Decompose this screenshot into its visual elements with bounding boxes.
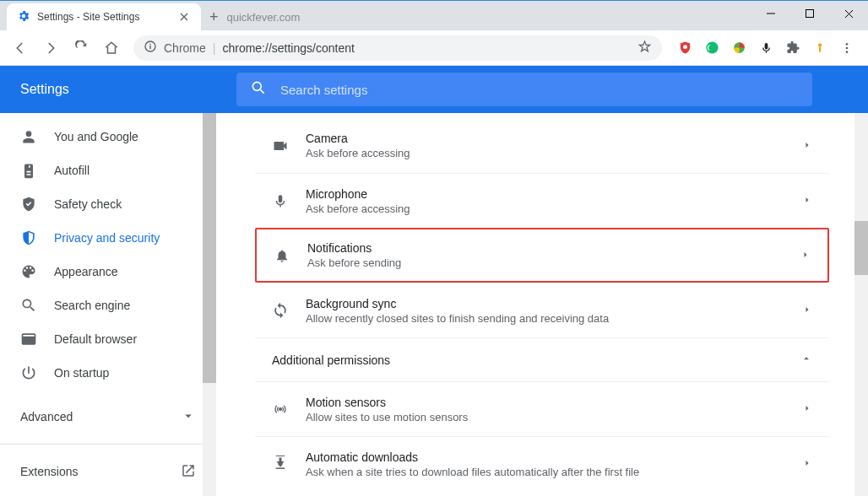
sidebar-item-label: Search engine [54, 299, 130, 312]
extension-icons [670, 40, 861, 56]
permission-row-notifications[interactable]: Notifications Ask before sending [255, 228, 829, 283]
omnibox-scheme: Chrome [164, 41, 206, 55]
sidebar-item-privacy-security[interactable]: Privacy and security [0, 221, 216, 255]
bell-icon [274, 247, 290, 264]
sidebar-item-label: Safety check [54, 197, 122, 211]
ghost-tab-hint: quickfever.com [227, 11, 301, 24]
chrome-menu-icon[interactable] [839, 40, 854, 56]
sidebar-item-label: Default browser [54, 332, 137, 346]
browser-tab-active[interactable]: Settings - Site Settings [7, 3, 201, 30]
permission-title: Motion sensors [306, 396, 785, 409]
sidebar-item-label: Autofill [54, 164, 90, 177]
permission-title: Microphone [306, 187, 785, 201]
settings-header: Settings [0, 66, 868, 113]
sidebar-item-safety-check[interactable]: Safety check [0, 187, 216, 221]
permission-subtitle: Allow sites to use motion sensors [306, 411, 785, 423]
chevron-up-icon [800, 353, 812, 367]
svg-point-9 [846, 51, 849, 53]
permission-title: Background sync [306, 297, 785, 310]
svg-rect-0 [806, 10, 814, 18]
permission-row-microphone[interactable]: Microphone Ask before accessing [255, 173, 829, 228]
main-scrollbar-thumb[interactable] [854, 221, 868, 275]
new-tab-area: + quickfever.com [201, 3, 308, 30]
sidebar-advanced-label: Advanced [20, 410, 73, 423]
search-icon [250, 79, 267, 100]
svg-point-10 [252, 82, 261, 90]
browser-toolbar: Chrome | chrome://settings/content [0, 30, 868, 66]
extension-icon-red-shield[interactable] [677, 40, 692, 56]
main-scrollbar[interactable] [854, 113, 868, 496]
permission-subtitle: Ask before accessing [306, 147, 785, 159]
chevron-down-icon [181, 408, 196, 426]
settings-search[interactable] [236, 73, 812, 106]
svg-point-8 [846, 46, 849, 49]
extensions-puzzle-icon[interactable] [785, 40, 800, 56]
permission-subtitle: Ask when a site tries to download files … [306, 466, 785, 478]
settings-gear-icon [17, 9, 30, 25]
sidebar-scrollbar[interactable] [203, 113, 216, 496]
permission-subtitle: Ask before sending [307, 256, 784, 269]
permission-subtitle: Allow recently closed sites to finish se… [306, 312, 785, 325]
sidebar-advanced-toggle[interactable]: Advanced [0, 396, 216, 437]
settings-search-input[interactable] [280, 83, 799, 97]
permission-row-motion-sensors[interactable]: Motion sensors Allow sites to use motion… [255, 381, 829, 436]
svg-point-2 [683, 45, 687, 49]
chevron-right-icon [802, 456, 812, 472]
extension-icon-person[interactable] [812, 40, 827, 56]
permission-title: Automatic downloads [306, 450, 785, 464]
sidebar-item-autofill[interactable]: Autofill [0, 154, 216, 187]
open-external-icon [181, 463, 196, 481]
sidebar-item-on-startup[interactable]: On startup [0, 356, 216, 390]
maximize-button[interactable] [790, 1, 829, 26]
chevron-right-icon [802, 138, 812, 154]
close-tab-icon[interactable] [177, 10, 191, 24]
address-bar[interactable]: Chrome | chrome://settings/content [133, 35, 662, 61]
omnibox-url: chrome://settings/content [222, 41, 354, 55]
window-controls [751, 1, 868, 26]
camera-icon [272, 137, 289, 154]
bookmark-star-icon[interactable] [637, 40, 652, 57]
sidebar-item-label: Privacy and security [54, 231, 160, 245]
svg-point-5 [818, 44, 822, 47]
sidebar-item-search-engine[interactable]: Search engine [0, 288, 216, 322]
chevron-right-icon [802, 193, 812, 208]
minimize-button[interactable] [751, 1, 790, 26]
motion-sensor-icon [272, 402, 289, 416]
permission-title: Notifications [307, 241, 784, 255]
svg-point-7 [846, 43, 849, 46]
sidebar-item-you-and-google[interactable]: You and Google [0, 120, 216, 154]
microphone-icon[interactable] [758, 40, 773, 56]
permission-subtitle: Ask before accessing [306, 202, 785, 215]
sidebar-extensions-label: Extensions [20, 465, 78, 478]
sidebar-item-default-browser[interactable]: Default browser [0, 322, 216, 356]
omnibox-separator: | [213, 41, 216, 55]
sidebar-separator [0, 444, 216, 445]
download-icon [272, 456, 289, 472]
chevron-right-icon [800, 248, 811, 263]
microphone-icon [272, 192, 289, 209]
site-info-icon[interactable] [144, 40, 157, 56]
sidebar-scrollbar-thumb[interactable] [203, 113, 216, 383]
back-button[interactable] [7, 35, 34, 62]
chevron-right-icon [802, 402, 812, 417]
extension-icon-globe[interactable] [731, 40, 746, 56]
sidebar-item-appearance[interactable]: Appearance [0, 255, 216, 288]
new-tab-button[interactable]: + [209, 8, 219, 26]
permission-row-camera[interactable]: Camera Ask before accessing [255, 118, 829, 173]
section-title: Additional permissions [272, 353, 390, 367]
close-window-button[interactable] [829, 1, 868, 26]
additional-permissions-header[interactable]: Additional permissions [255, 337, 829, 381]
permission-row-automatic-downloads[interactable]: Automatic downloads Ask when a site trie… [255, 436, 829, 491]
home-button[interactable] [98, 35, 125, 62]
svg-rect-6 [819, 47, 821, 52]
reload-button[interactable] [68, 35, 95, 62]
tab-title: Settings - Site Settings [37, 11, 139, 23]
permission-row-background-sync[interactable]: Background sync Allow recently closed si… [255, 283, 829, 337]
extension-icon-green-circle[interactable] [704, 40, 719, 56]
settings-title: Settings [20, 82, 236, 97]
permission-title: Camera [306, 132, 785, 145]
forward-button[interactable] [37, 35, 64, 62]
sidebar-extensions-link[interactable]: Extensions [0, 451, 216, 492]
sync-icon [272, 302, 289, 319]
sidebar-item-label: On startup [54, 366, 109, 380]
